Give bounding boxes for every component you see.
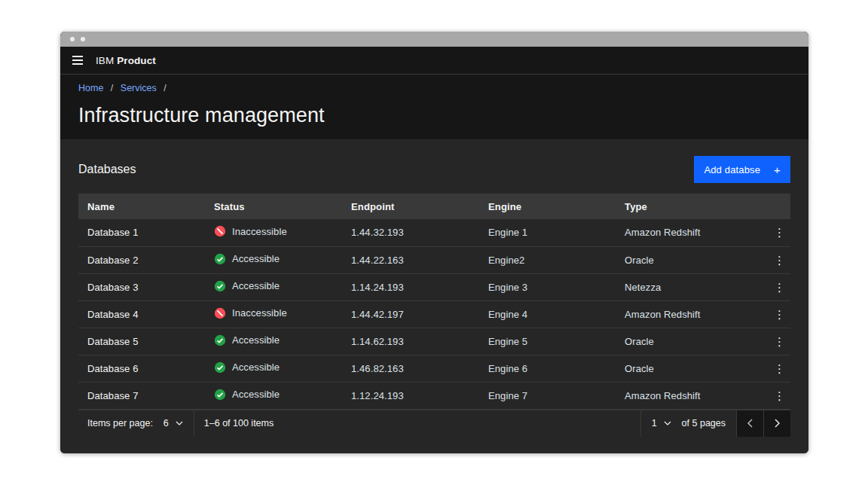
table-row: Database 4 Inaccessible 1.44.42.197 Engi…	[78, 300, 790, 328]
breadcrumb: Home / Services /	[78, 82, 790, 94]
brand: IBM Product	[96, 55, 156, 66]
cell-name: Database 5	[78, 328, 205, 355]
status-label: Accessible	[232, 280, 280, 291]
cell-status: Accessible	[205, 273, 342, 300]
column-header-engine: Engine	[479, 194, 616, 219]
brand-suffix: Product	[117, 55, 156, 66]
add-icon: +	[774, 164, 781, 175]
cell-status: Inaccessible	[205, 300, 342, 328]
overflow-menu-icon: ⋮	[774, 362, 785, 375]
cell-endpoint: 1.44.22.163	[342, 246, 479, 273]
page-number-value: 1	[652, 418, 657, 429]
pagination-bar: Items per page: 6 1–6 of 100 items 1 of …	[78, 410, 790, 437]
status-label: Accessible	[232, 361, 280, 373]
cell-type: Netezza	[616, 273, 760, 300]
cell-type: Amazon Redshift	[616, 300, 760, 328]
table-row: Database 5 Accessible 1.14.62.193 Engine…	[78, 328, 790, 355]
page-number-select[interactable]: 1	[641, 410, 682, 437]
row-overflow-menu-button[interactable]: ⋮	[769, 306, 790, 323]
table-toolbar: Databases Add databse +	[78, 139, 790, 194]
status-label: Inaccessible	[232, 226, 287, 237]
item-range-text: 1–6 of 100 items	[194, 410, 283, 437]
breadcrumb-services[interactable]: Services	[121, 83, 157, 93]
column-header-endpoint: Endpoint	[342, 194, 479, 219]
cell-status: Accessible	[205, 328, 342, 355]
page-title: Infrastructure management	[78, 103, 790, 127]
overflow-menu-icon: ⋮	[774, 389, 785, 402]
cell-endpoint: 1.44.42.197	[342, 300, 479, 328]
cell-actions: ⋮	[760, 300, 790, 328]
row-overflow-menu-button[interactable]: ⋮	[769, 279, 790, 296]
row-overflow-menu-button[interactable]: ⋮	[769, 360, 790, 377]
status-label: Accessible	[232, 334, 280, 346]
cell-actions: ⋮	[760, 273, 790, 300]
status-label: Accessible	[232, 389, 280, 400]
add-database-label: Add databse	[704, 164, 760, 175]
cell-engine: Engine2	[479, 246, 616, 273]
cell-actions: ⋮	[760, 355, 790, 382]
cell-name: Database 1	[78, 219, 205, 246]
cell-endpoint: 1.44.32.193	[342, 219, 479, 246]
cell-engine: Engine 5	[479, 328, 616, 355]
cell-status: Accessible	[205, 382, 342, 409]
breadcrumb-home[interactable]: Home	[78, 83, 103, 93]
databases-table: Name Status Endpoint Engine Type Databas…	[78, 194, 790, 410]
cell-name: Database 7	[78, 382, 205, 409]
cell-endpoint: 1.46.82.163	[342, 355, 479, 382]
column-header-name: Name	[78, 194, 205, 219]
cell-engine: Engine 1	[479, 219, 616, 246]
row-overflow-menu-button[interactable]: ⋮	[769, 333, 790, 350]
cell-name: Database 6	[78, 355, 205, 382]
table-row: Database 6 Accessible 1.46.82.163 Engine…	[78, 355, 790, 382]
column-header-status: Status	[205, 194, 342, 219]
content-panel: Databases Add databse + Name Status Endp…	[60, 139, 808, 453]
cell-engine: Engine 7	[479, 382, 616, 409]
caret-right-icon	[775, 419, 780, 428]
cell-status: Accessible	[205, 246, 342, 273]
cell-name: Database 4	[78, 300, 205, 328]
overflow-menu-icon: ⋮	[774, 226, 785, 239]
add-database-button[interactable]: Add databse +	[694, 156, 790, 183]
window-control-dot[interactable]	[81, 37, 85, 41]
cell-endpoint: 1.14.62.193	[342, 328, 479, 355]
breadcrumb-separator: /	[164, 83, 166, 93]
cell-engine: Engine 6	[479, 355, 616, 382]
table-row: Database 2 Accessible 1.44.22.163 Engine…	[78, 246, 790, 273]
checkmark-status-icon	[214, 253, 226, 265]
table-row: Database 3 Accessible 1.14.24.193 Engine…	[78, 273, 790, 300]
cell-engine: Engine 3	[479, 273, 616, 300]
app-window: IBM Product Home / Services / Infrastruc…	[60, 32, 808, 453]
breadcrumb-separator: /	[111, 83, 113, 93]
window-control-dot[interactable]	[70, 37, 75, 41]
cell-actions: ⋮	[760, 382, 790, 409]
row-overflow-menu-button[interactable]: ⋮	[769, 252, 790, 269]
cell-type: Oracle	[616, 328, 760, 355]
status-label: Inaccessible	[232, 307, 287, 319]
row-overflow-menu-button[interactable]: ⋮	[769, 224, 790, 241]
table-row: Database 7 Accessible 1.12.24.193 Engine…	[78, 382, 790, 409]
misuse-status-icon	[214, 225, 226, 237]
overflow-menu-icon: ⋮	[774, 308, 785, 321]
cell-status: Accessible	[205, 355, 342, 382]
overflow-menu-icon: ⋮	[774, 335, 785, 348]
column-header-actions	[760, 194, 790, 219]
items-per-page-value: 6	[164, 418, 169, 429]
menu-icon[interactable]	[71, 53, 84, 68]
section-title: Databases	[78, 163, 136, 176]
cell-type: Oracle	[616, 246, 760, 273]
misuse-status-icon	[214, 307, 226, 319]
cell-type: Oracle	[616, 355, 760, 382]
chevron-down-icon	[176, 421, 183, 425]
items-per-page-select[interactable]: 6	[153, 410, 194, 437]
cell-type: Amazon Redshift	[616, 219, 760, 246]
checkmark-status-icon	[214, 361, 226, 374]
row-overflow-menu-button[interactable]: ⋮	[769, 387, 790, 404]
table-header-row: Name Status Endpoint Engine Type	[78, 194, 790, 219]
status-label: Accessible	[232, 253, 280, 264]
previous-page-button[interactable]	[736, 410, 763, 437]
cell-engine: Engine 4	[479, 300, 616, 328]
column-header-type: Type	[616, 194, 760, 219]
next-page-button[interactable]	[763, 410, 790, 437]
cell-actions: ⋮	[760, 246, 790, 273]
overflow-menu-icon: ⋮	[774, 281, 785, 294]
